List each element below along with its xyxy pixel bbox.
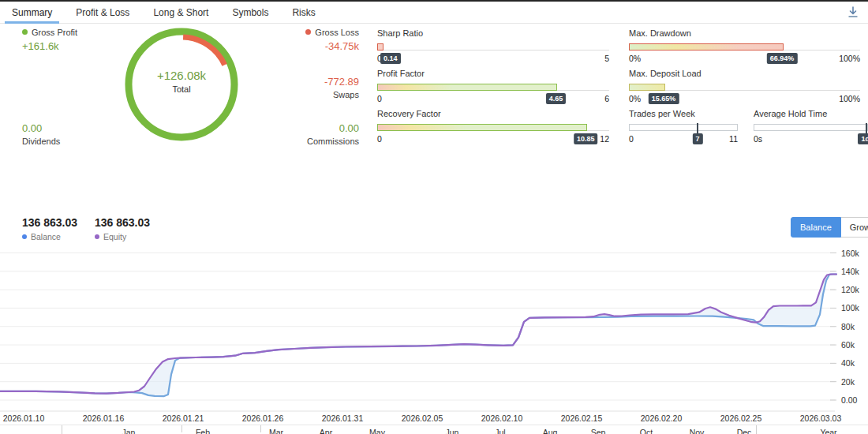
dividends-label: Dividends [22,137,60,146]
max-deposit-load-value-badge: 15.65% [649,93,679,104]
tab-profit-loss[interactable]: Profit & Loss [64,2,141,23]
swaps-label: Swaps [264,90,359,99]
sharp-ratio-fill [377,43,383,51]
sharp-ratio-label: Sharp Ratio [377,28,609,39]
sharp-ratio-bar [377,43,609,51]
dividends-stat: 0.00 Dividends [22,122,60,146]
nav-month-nov[interactable]: Nov [690,428,705,434]
balance-stat-value: 136 863.03 [22,216,77,229]
max-drawdown-label: Max. Drawdown [629,28,860,39]
tab-risks[interactable]: Risks [280,2,327,23]
max-deposit-load-label: Max. Deposit Load [629,69,860,79]
commissions-stat: 0.00 Commissions [264,122,359,146]
max-deposit-load-bar [629,84,860,91]
equity-legend-item[interactable]: Equity [95,232,150,241]
x-axis-date-2026-02-10: 2026.02.10 [481,413,523,423]
swaps-value: -772.89 [264,76,359,88]
nav-month-jan[interactable]: Jan [122,428,136,434]
average-hold-time-label: Average Hold Time [754,109,868,119]
sharp-ratio-scale: 050.14 [377,53,609,65]
profit-factor-max: 6 [604,94,609,103]
donut-total-label: Total [118,84,245,94]
nav-month-jun[interactable]: Jun [446,428,459,434]
nav-month-sep[interactable]: Sep [591,428,606,434]
gross-loss-value: -34.75k [264,40,359,52]
recovery-factor-label: Recovery Factor [377,109,609,119]
x-axis-date-2026-02-05: 2026.02.05 [402,413,443,423]
nav-month-feb[interactable]: Feb [196,428,210,434]
profit-factor-min: 0 [377,94,382,103]
average-hold-time-min: 0s [754,134,762,144]
gauge-trades-per-week: Trades per Week0117 [629,109,738,145]
nav-year-label[interactable]: Year [820,428,836,434]
gauge-max-drawdown: Max. Drawdown0%100%66.94% [629,28,860,65]
gross-profit-legend: Gross Profit [22,28,77,37]
recovery-factor-fill [377,124,587,131]
profit-factor-fill [377,84,557,91]
x-axis-date-2026-02-20: 2026.02.20 [641,413,683,423]
y-axis-label-140k: 140k [841,267,859,276]
x-axis-date-2026-01-10: 2026.01.10 [3,413,45,423]
nav-tick [181,425,182,432]
download-icon [844,5,862,21]
max-drawdown-value-badge: 66.94% [767,53,798,64]
gross-loss-stat: Gross Loss -34.75k [264,28,359,52]
recovery-factor-min: 0 [377,134,382,144]
nav-month-aug[interactable]: Aug [543,428,558,434]
timeline-navigator[interactable]: JanFebMarAprMayJunJulAugSepOctNovDecYear [0,425,868,434]
tab-symbols[interactable]: Symbols [220,2,280,23]
max-deposit-load-scale: 0%100%15.65% [629,93,860,105]
max-deposit-load-max: 100% [839,94,860,103]
gross-profit-dot-icon [22,29,28,35]
tab-summary[interactable]: Summary [0,2,64,23]
gauge-sharp-ratio: Sharp Ratio050.14 [377,28,609,65]
nav-month-apr[interactable]: Apr [320,428,332,434]
trades-per-week-bar [629,124,738,131]
sharp-ratio-max: 5 [604,54,609,63]
trades-per-week-label: Trades per Week [629,109,738,119]
balance-equity-chart[interactable] [0,242,868,412]
report-page: SummaryProfit & LossLong & ShortSymbolsR… [0,0,868,434]
balance-legend-item[interactable]: Balance [22,232,77,241]
nav-month-mar[interactable]: Mar [269,428,283,434]
trades-per-week-min: 0 [629,134,634,144]
nav-month-dec[interactable]: Dec [737,428,752,434]
max-drawdown-scale: 0%100%66.94% [629,53,860,65]
trades-per-week-marker [697,123,698,133]
x-axis-date-2026-01-26: 2026.01.26 [242,413,284,423]
nav-tick [62,425,62,434]
equity-stat-value: 136 863.03 [95,216,150,229]
balance-dot-icon [22,234,27,239]
balance-button[interactable]: Balance [791,217,841,238]
download-button[interactable] [844,5,862,21]
gross-loss-legend: Gross Loss [264,28,359,37]
y-axis-label-0-00: 0.00 [841,395,857,405]
profit-loss-donut-chart: +126.08k Total [118,21,245,148]
sharp-ratio-value-badge: 0.14 [380,53,401,64]
y-axis-label-60k: 60k [841,340,855,350]
equity-dot-icon [95,234,99,239]
tab-bar: SummaryProfit & LossLong & ShortSymbolsR… [0,2,868,24]
trades-per-week-scale: 0117 [629,133,738,145]
x-axis-date-2026-01-16: 2026.01.16 [83,413,125,423]
gross-loss-dot-icon [305,29,311,35]
y-axis-label-160k: 160k [841,249,859,258]
x-axis-date-2026-01-21: 2026.01.21 [163,413,204,423]
nav-month-jul[interactable]: Jul [495,428,505,434]
nav-month-oct[interactable]: Oct [640,428,653,434]
nav-tick [756,425,757,434]
recovery-factor-max: 12 [600,134,609,144]
balance-stat: 136 863.03 Balance [22,216,77,241]
growth-button[interactable]: Growth [841,217,868,238]
tab-long-short[interactable]: Long & Short [141,2,220,23]
gauge-recovery-factor: Recovery Factor01210.85 [377,109,609,145]
y-axis-label-40k: 40k [841,358,855,368]
profit-factor-scale: 064.65 [377,93,609,105]
trades-per-week-value-badge: 7 [693,133,703,144]
chart-mode-toggle: Balance Growth [791,217,868,238]
profit-factor-label: Profit Factor [377,69,609,79]
max-drawdown-fill [629,43,784,51]
dividends-value: 0.00 [22,122,60,134]
nav-month-may[interactable]: May [369,428,385,434]
y-axis-label-120k: 120k [841,285,859,294]
